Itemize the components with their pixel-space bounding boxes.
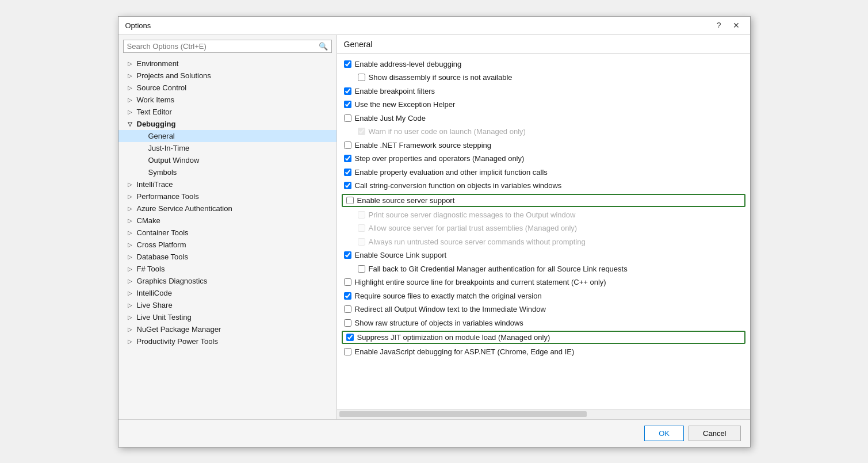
options-list[interactable]: Enable address-level debuggingShow disas… — [337, 54, 750, 409]
option-label-opt9[interactable]: Enable property evaluation and other imp… — [355, 167, 548, 178]
option-label-opt7[interactable]: Enable .NET Framework source stepping — [355, 140, 491, 151]
checkbox-opt6[interactable] — [358, 128, 365, 135]
tree-item-just-in-time[interactable]: Just-In-Time — [118, 142, 337, 154]
checkbox-opt22[interactable] — [344, 348, 351, 355]
checkbox-opt19[interactable] — [344, 305, 351, 313]
tree-item-graphics[interactable]: ▷Graphics Diagnostics — [118, 275, 337, 287]
option-row-opt5: Enable Just My Code — [337, 112, 750, 125]
option-label-opt2[interactable]: Show disassembly if source is not availa… — [369, 72, 513, 83]
checkbox-opt9[interactable] — [344, 169, 351, 176]
tree-item-label: Projects and Solutions — [137, 71, 211, 80]
option-label-opt11[interactable]: Enable source server support — [357, 196, 455, 205]
tree-item-intellitrace[interactable]: ▷IntelliTrace — [118, 178, 337, 190]
option-row-opt12: Print source server diagnostic messages … — [337, 208, 750, 222]
tree-item-live-unit[interactable]: ▷Live Unit Testing — [118, 311, 337, 323]
cancel-button[interactable]: Cancel — [689, 426, 740, 441]
option-label-opt14: Always run untrusted source server comma… — [369, 236, 586, 248]
option-label-opt10[interactable]: Call string-conversion function on objec… — [355, 180, 562, 192]
chevron-icon: ▷ — [128, 72, 135, 79]
chevron-icon: ▷ — [128, 338, 135, 345]
checkbox-opt17[interactable] — [344, 278, 351, 286]
tree-item-cmake[interactable]: ▷CMake — [118, 215, 337, 227]
search-input[interactable] — [127, 42, 319, 51]
chevron-icon: ▷ — [128, 85, 135, 91]
tree-item-debugging[interactable]: ▽Debugging — [118, 118, 337, 130]
option-label-opt16[interactable]: Fall back to Git Credential Manager auth… — [369, 263, 628, 275]
option-row-opt3: Enable breakpoint filters — [337, 85, 750, 98]
tree-item-database-tools[interactable]: ▷Database Tools — [118, 251, 337, 263]
option-label-opt20[interactable]: Show raw structure of objects in variabl… — [355, 317, 523, 329]
left-panel: 🔍 ▷Environment▷Projects and Solutions▷So… — [118, 35, 337, 419]
checkbox-opt4[interactable] — [344, 101, 351, 108]
dialog-body: 🔍 ▷Environment▷Projects and Solutions▷So… — [118, 35, 750, 419]
option-label-opt1[interactable]: Enable address-level debugging — [355, 59, 462, 70]
checkbox-opt14[interactable] — [358, 238, 365, 246]
option-label-opt21[interactable]: Suppress JIT optimization on module load… — [357, 333, 550, 342]
tree-container[interactable]: ▷Environment▷Projects and Solutions▷Sour… — [118, 58, 337, 419]
tree-item-performance-tools[interactable]: ▷Performance Tools — [118, 190, 337, 202]
option-row-opt22: Enable JavaScript debugging for ASP.NET … — [337, 345, 750, 359]
tree-item-azure-service[interactable]: ▷Azure Service Authentication — [118, 202, 337, 215]
option-row-opt18: Require source files to exactly match th… — [337, 289, 750, 303]
tree-item-symbols[interactable]: Symbols — [118, 166, 337, 178]
option-label-opt6: Warn if no user code on launch (Managed … — [369, 126, 526, 137]
option-label-opt3[interactable]: Enable breakpoint filters — [355, 86, 435, 97]
checkbox-opt2[interactable] — [358, 74, 365, 81]
dialog-footer: OK Cancel — [118, 419, 750, 447]
tree-item-general[interactable]: General — [118, 130, 337, 142]
tree-item-label: Environment — [137, 59, 179, 68]
tree-item-intellicode[interactable]: ▷IntelliCode — [118, 287, 337, 299]
tree-item-fsharp[interactable]: ▷F# Tools — [118, 263, 337, 275]
checkbox-opt18[interactable] — [344, 292, 351, 300]
tree-item-cross-platform[interactable]: ▷Cross Platform — [118, 239, 337, 251]
checkbox-opt21[interactable] — [346, 334, 354, 341]
checkbox-opt3[interactable] — [344, 87, 351, 95]
tree-item-text-editor[interactable]: ▷Text Editor — [118, 106, 337, 118]
ok-button[interactable]: OK — [644, 426, 684, 441]
tree-item-projects[interactable]: ▷Projects and Solutions — [118, 70, 337, 82]
dialog-title: Options — [125, 21, 151, 30]
option-label-opt12: Print source server diagnostic messages … — [369, 209, 576, 221]
option-label-opt19[interactable]: Redirect all Output Window text to the I… — [355, 304, 546, 315]
tree-item-nuget[interactable]: ▷NuGet Package Manager — [118, 323, 337, 335]
search-box[interactable]: 🔍 — [123, 40, 332, 53]
checkbox-opt1[interactable] — [344, 60, 351, 68]
checkbox-opt11[interactable] — [346, 197, 354, 204]
checkbox-opt7[interactable] — [344, 141, 351, 149]
option-label-opt18[interactable]: Require source files to exactly match th… — [355, 290, 542, 302]
option-label-opt13: Allow source server for partial trust as… — [369, 223, 578, 234]
options-dialog: Options ? ✕ 🔍 ▷Environment▷Projects and … — [118, 16, 751, 447]
tree-item-work-items[interactable]: ▷Work Items — [118, 94, 337, 106]
tree-item-label: Database Tools — [137, 252, 188, 261]
option-row-opt10: Call string-conversion function on objec… — [337, 179, 750, 193]
horizontal-scrollbar[interactable] — [337, 409, 750, 419]
checkbox-opt8[interactable] — [344, 155, 351, 162]
option-label-opt17[interactable]: Highlight entire source line for breakpo… — [355, 277, 606, 288]
close-button[interactable]: ✕ — [729, 20, 743, 31]
option-label-opt15[interactable]: Enable Source Link support — [355, 250, 447, 261]
option-row-opt7: Enable .NET Framework source stepping — [337, 139, 750, 152]
tree-item-source-control[interactable]: ▷Source Control — [118, 82, 337, 94]
tree-item-environment[interactable]: ▷Environment — [118, 58, 337, 70]
checkbox-opt20[interactable] — [344, 319, 351, 327]
chevron-icon: ▷ — [128, 254, 135, 260]
checkbox-opt5[interactable] — [344, 114, 351, 122]
option-label-opt8[interactable]: Step over properties and operators (Mana… — [355, 153, 525, 164]
help-button[interactable]: ? — [713, 20, 725, 31]
option-label-opt4[interactable]: Use the new Exception Helper — [355, 99, 456, 110]
option-label-opt22[interactable]: Enable JavaScript debugging for ASP.NET … — [355, 346, 575, 358]
tree-item-productivity[interactable]: ▷Productivity Power Tools — [118, 335, 337, 347]
tree-item-label: Productivity Power Tools — [137, 337, 218, 346]
tree-item-container-tools[interactable]: ▷Container Tools — [118, 227, 337, 239]
option-label-opt5[interactable]: Enable Just My Code — [355, 113, 426, 124]
tree-item-output-window[interactable]: Output Window — [118, 154, 337, 166]
option-row-opt1: Enable address-level debugging — [337, 58, 750, 71]
checkbox-opt15[interactable] — [344, 251, 351, 259]
checkbox-opt10[interactable] — [344, 182, 351, 189]
checkbox-opt13[interactable] — [358, 224, 365, 232]
checkbox-opt12[interactable] — [358, 211, 365, 219]
tree-item-live-share[interactable]: ▷Live Share — [118, 299, 337, 311]
h-scroll-thumb[interactable] — [339, 411, 587, 417]
checkbox-opt16[interactable] — [358, 265, 365, 273]
title-bar: Options ? ✕ — [118, 17, 750, 35]
